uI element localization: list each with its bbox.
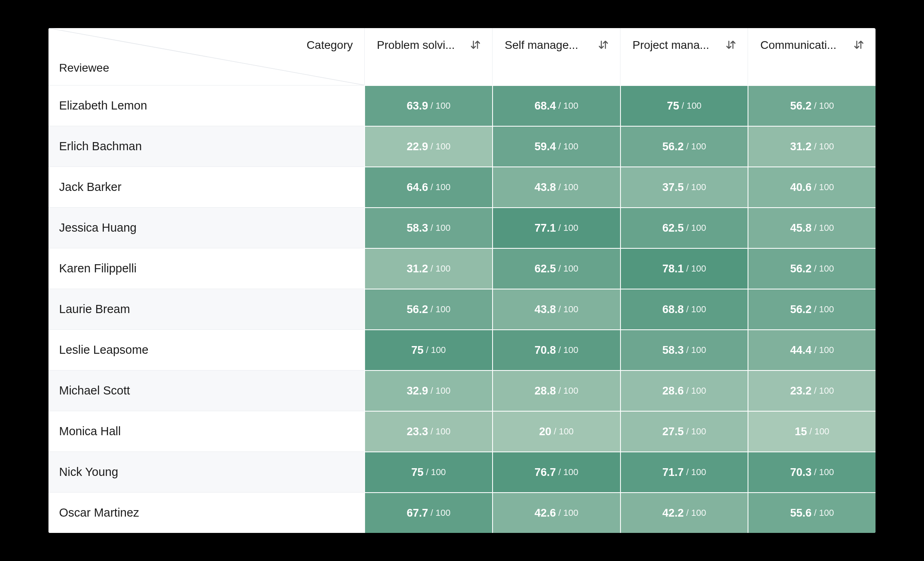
- score-max: / 100: [431, 304, 451, 315]
- column-header-self-management[interactable]: Self manage...: [492, 28, 620, 85]
- reviewee-name-cell[interactable]: Leslie Leapsome: [48, 329, 364, 370]
- score-value: 56.2: [790, 263, 812, 275]
- score-max: / 100: [814, 386, 834, 396]
- score-cell[interactable]: 56.2 / 100: [748, 85, 876, 126]
- score-value: 43.8: [535, 181, 556, 194]
- score-cell[interactable]: 75 / 100: [364, 451, 492, 492]
- score-cell[interactable]: 15 / 100: [748, 411, 876, 451]
- score-max: / 100: [814, 304, 834, 315]
- score-value: 71.7: [662, 466, 684, 479]
- score-max: / 100: [814, 101, 834, 111]
- score-max: / 100: [686, 223, 706, 233]
- reviewee-name-cell[interactable]: Laurie Bream: [48, 289, 364, 329]
- reviewee-name-cell[interactable]: Jack Barker: [48, 167, 364, 207]
- score-cell[interactable]: 28.8 / 100: [492, 370, 620, 411]
- score-value: 44.4: [790, 344, 812, 357]
- score-value: 78.1: [662, 263, 684, 275]
- score-max: / 100: [686, 508, 706, 518]
- score-value: 31.2: [790, 140, 812, 153]
- score-cell[interactable]: 56.2 / 100: [364, 289, 492, 329]
- score-cell[interactable]: 42.6 / 100: [492, 492, 620, 533]
- score-cell[interactable]: 56.2 / 100: [620, 126, 748, 167]
- score-value: 43.8: [535, 303, 556, 316]
- score-cell[interactable]: 75 / 100: [364, 329, 492, 370]
- score-cell[interactable]: 63.9 / 100: [364, 85, 492, 126]
- score-cell[interactable]: 68.4 / 100: [492, 85, 620, 126]
- score-cell[interactable]: 28.6 / 100: [620, 370, 748, 411]
- score-value: 42.2: [662, 507, 684, 519]
- score-cell[interactable]: 37.5 / 100: [620, 167, 748, 207]
- score-max: / 100: [686, 263, 706, 274]
- score-cell[interactable]: 58.3 / 100: [620, 329, 748, 370]
- score-cell[interactable]: 31.2 / 100: [748, 126, 876, 167]
- score-value: 75: [411, 466, 423, 479]
- reviewee-name-cell[interactable]: Monica Hall: [48, 411, 364, 451]
- score-cell[interactable]: 75 / 100: [620, 85, 748, 126]
- column-header-project-management[interactable]: Project mana...: [620, 28, 748, 85]
- score-cell[interactable]: 58.3 / 100: [364, 207, 492, 248]
- score-max: / 100: [682, 101, 702, 111]
- score-max: / 100: [558, 101, 578, 111]
- score-value: 70.8: [535, 344, 556, 357]
- score-cell[interactable]: 62.5 / 100: [620, 207, 748, 248]
- sort-icon: [469, 39, 482, 51]
- reviewee-name-cell[interactable]: Nick Young: [48, 451, 364, 492]
- score-cell[interactable]: 43.8 / 100: [492, 167, 620, 207]
- score-max: / 100: [431, 508, 451, 518]
- score-cell[interactable]: 76.7 / 100: [492, 451, 620, 492]
- score-cell[interactable]: 45.8 / 100: [748, 207, 876, 248]
- reviewee-name-cell[interactable]: Oscar Martinez: [48, 492, 364, 533]
- score-value: 64.6: [407, 181, 428, 194]
- column-header-communication[interactable]: Communicati...: [748, 28, 876, 85]
- column-title: Communicati...: [760, 39, 836, 52]
- reviewee-name-cell[interactable]: Elizabeth Lemon: [48, 85, 364, 126]
- score-cell[interactable]: 67.7 / 100: [364, 492, 492, 533]
- reviewee-name-cell[interactable]: Jessica Huang: [48, 207, 364, 248]
- score-cell[interactable]: 42.2 / 100: [620, 492, 748, 533]
- sort-icon: [597, 39, 609, 51]
- score-cell[interactable]: 27.5 / 100: [620, 411, 748, 451]
- score-cell[interactable]: 71.7 / 100: [620, 451, 748, 492]
- score-max: / 100: [558, 345, 578, 355]
- score-cell[interactable]: 23.2 / 100: [748, 370, 876, 411]
- score-value: 45.8: [790, 222, 812, 234]
- score-value: 20: [539, 425, 551, 438]
- score-cell[interactable]: 64.6 / 100: [364, 167, 492, 207]
- score-cell[interactable]: 22.9 / 100: [364, 126, 492, 167]
- column-title: Project mana...: [633, 39, 709, 52]
- score-value: 58.3: [407, 222, 428, 234]
- score-value: 40.6: [790, 181, 812, 194]
- score-cell[interactable]: 59.4 / 100: [492, 126, 620, 167]
- score-cell[interactable]: 23.3 / 100: [364, 411, 492, 451]
- score-cell[interactable]: 43.8 / 100: [492, 289, 620, 329]
- score-cell[interactable]: 32.9 / 100: [364, 370, 492, 411]
- score-max: / 100: [686, 386, 706, 396]
- score-cell[interactable]: 44.4 / 100: [748, 329, 876, 370]
- score-cell[interactable]: 70.3 / 100: [748, 451, 876, 492]
- score-cell[interactable]: 78.1 / 100: [620, 248, 748, 289]
- score-cell[interactable]: 77.1 / 100: [492, 207, 620, 248]
- score-cell[interactable]: 70.8 / 100: [492, 329, 620, 370]
- score-cell[interactable]: 62.5 / 100: [492, 248, 620, 289]
- score-cell[interactable]: 31.2 / 100: [364, 248, 492, 289]
- score-value: 28.8: [535, 385, 556, 397]
- score-cell[interactable]: 55.6 / 100: [748, 492, 876, 533]
- score-value: 63.9: [407, 100, 428, 112]
- score-cell[interactable]: 20 / 100: [492, 411, 620, 451]
- score-value: 56.2: [790, 303, 812, 316]
- reviewee-name-cell[interactable]: Karen Filippelli: [48, 248, 364, 289]
- score-max: / 100: [431, 223, 451, 233]
- score-max: / 100: [558, 386, 578, 396]
- column-title: Self manage...: [505, 39, 579, 52]
- score-cell[interactable]: 56.2 / 100: [748, 289, 876, 329]
- score-max: / 100: [686, 467, 706, 478]
- column-header-problem-solving[interactable]: Problem solvi...: [364, 28, 492, 85]
- reviewee-name-cell[interactable]: Michael Scott: [48, 370, 364, 411]
- score-cell[interactable]: 56.2 / 100: [748, 248, 876, 289]
- score-value: 68.4: [535, 100, 556, 112]
- score-max: / 100: [431, 101, 451, 111]
- score-value: 75: [667, 100, 679, 112]
- score-cell[interactable]: 40.6 / 100: [748, 167, 876, 207]
- score-cell[interactable]: 68.8 / 100: [620, 289, 748, 329]
- reviewee-name-cell[interactable]: Erlich Bachman: [48, 126, 364, 167]
